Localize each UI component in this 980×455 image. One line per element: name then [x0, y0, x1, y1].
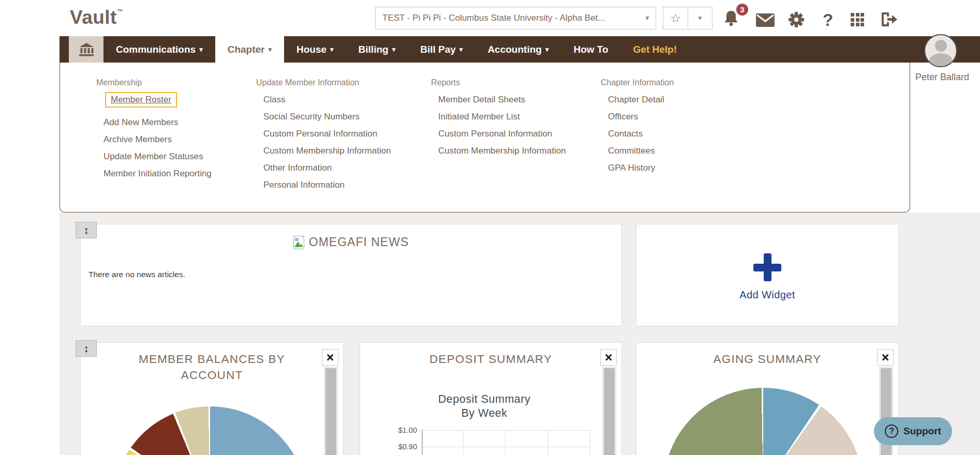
widget-drag-handle[interactable]: ↕	[76, 340, 97, 357]
caret-down-icon: ▾	[459, 46, 463, 53]
scrollbar-thumb[interactable]	[604, 368, 615, 455]
menu-column-membership: Membership Member Roster Add New Members…	[96, 78, 212, 186]
settings-button[interactable]	[788, 11, 805, 28]
question-circle-icon: ?	[885, 424, 898, 438]
gridline-vertical	[505, 430, 506, 455]
widget-scrollbar[interactable]	[602, 367, 616, 455]
chapter-mega-menu: Membership Member Roster Add New Members…	[60, 63, 910, 213]
y-axis-line	[422, 430, 423, 455]
menu-item-chapter-detail[interactable]: Chapter Detail	[601, 95, 674, 105]
menu-column-title: Membership	[96, 78, 212, 87]
menu-column-title: Reports	[431, 78, 566, 87]
question-mark-icon: ?	[823, 10, 833, 29]
close-widget-button[interactable]: ×	[877, 349, 894, 366]
messages-button[interactable]	[756, 13, 775, 27]
menu-item-social-security-numbers[interactable]: Social Security Numbers	[256, 112, 391, 122]
widget-scrollbar[interactable]	[324, 367, 338, 455]
support-button[interactable]: ? Support	[874, 417, 952, 445]
menu-item-officers[interactable]: Officers	[601, 112, 674, 122]
gridline-vertical	[547, 430, 548, 455]
close-widget-button[interactable]: ×	[600, 349, 617, 366]
caret-down-icon: ▾	[268, 46, 272, 53]
favorite-star-button[interactable]: ☆	[663, 7, 688, 29]
close-widget-button[interactable]: ×	[322, 349, 338, 366]
caret-down-icon: ▾	[330, 46, 334, 53]
close-icon: ×	[882, 350, 889, 365]
plus-icon	[753, 253, 781, 281]
menu-item-contacts[interactable]: Contacts	[601, 129, 674, 139]
menu-item-initiated-member-list[interactable]: Initiated Member List	[431, 112, 566, 122]
envelope-icon	[756, 13, 775, 27]
nav-item-bill-pay[interactable]: Bill Pay▾	[408, 36, 475, 63]
gridline-vertical	[463, 430, 464, 455]
menu-item-update-member-statuses[interactable]: Update Member Statuses	[96, 151, 212, 162]
news-widget-title: OMEGAFI NEWS	[309, 235, 409, 249]
up-down-arrow-icon: ↕	[84, 343, 89, 355]
user-name: Peter Ballard	[911, 72, 974, 83]
logout-button[interactable]	[880, 12, 898, 27]
user-avatar[interactable]	[924, 34, 957, 67]
organization-select-value: TEST - Pi Pi Pi - Columbus State Univers…	[382, 13, 605, 23]
star-icon: ☆	[670, 11, 681, 25]
gridline-horizontal	[418, 430, 590, 431]
notification-badge: 3	[735, 3, 749, 17]
member-balances-widget: MEMBER BALANCES BY ACCOUNT ×	[80, 342, 344, 455]
member-balances-title: MEMBER BALANCES BY ACCOUNT	[81, 351, 343, 383]
gridline-horizontal	[418, 447, 590, 447]
avatar-body-silhouette	[929, 53, 953, 67]
menu-column-title: Update Member Information	[256, 78, 391, 87]
add-widget-label: Add Widget	[739, 289, 795, 301]
nav-item-chapter[interactable]: Chapter▾	[215, 36, 284, 63]
nav-item-how-to[interactable]: How To	[561, 36, 620, 63]
bank-home-icon	[79, 42, 94, 56]
nav-item-accounting[interactable]: Accounting▾	[475, 36, 561, 63]
menu-item-other-information[interactable]: Other Information	[256, 163, 391, 173]
caret-down-icon: ▾	[392, 46, 396, 53]
vault-logo[interactable]: Vault™	[70, 7, 123, 28]
nav-item-get-help[interactable]: Get Help!	[621, 36, 689, 63]
add-widget-panel[interactable]: Add Widget	[636, 224, 899, 326]
chevron-down-icon: ▼	[644, 14, 650, 22]
close-icon: ×	[605, 350, 613, 365]
menu-item-member-initiation-reporting[interactable]: Member Initiation Reporting	[96, 169, 212, 179]
organization-select[interactable]: TEST - Pi Pi Pi - Columbus State Univers…	[375, 7, 656, 29]
avatar-head-silhouette	[935, 40, 947, 52]
menu-item-committees[interactable]: Committees	[601, 146, 674, 156]
trademark-symbol: ™	[117, 8, 124, 15]
sign-out-icon	[880, 12, 898, 27]
gridline-vertical	[590, 430, 590, 455]
y-axis-tick-label: $0.90	[386, 443, 417, 451]
nav-item-house[interactable]: House▾	[284, 36, 346, 63]
menu-item-custom-personal-information[interactable]: Custom Personal Information	[256, 129, 391, 139]
up-down-arrow-icon: ↕	[84, 224, 89, 236]
home-tab[interactable]	[69, 36, 103, 63]
apps-grid-button[interactable]	[851, 13, 864, 26]
menu-item-member-roster[interactable]: Member Roster	[105, 92, 177, 108]
close-icon: ×	[326, 350, 334, 365]
menu-item-class[interactable]: Class	[256, 95, 391, 105]
help-button[interactable]: ?	[823, 10, 833, 30]
menu-item-member-detail-sheets[interactable]: Member Detail Sheets	[431, 95, 566, 105]
aging-summary-title: AGING SUMMARY	[636, 351, 898, 367]
scrollbar-thumb[interactable]	[325, 368, 336, 455]
menu-column-update-member-information: Update Member Information Class Social S…	[256, 78, 391, 197]
member-balances-pie-chart	[113, 406, 307, 455]
menu-item-custom-personal-information-report[interactable]: Custom Personal Information	[431, 129, 566, 139]
widget-drag-handle[interactable]: ↕	[76, 222, 97, 238]
menu-item-personal-information[interactable]: Personal Information	[256, 180, 391, 190]
grid-square-icon	[851, 13, 854, 17]
caret-down-icon: ▾	[199, 46, 203, 53]
menu-item-add-new-members[interactable]: Add New Members	[96, 117, 212, 128]
deposit-chart-title: Deposit Summary By Week	[391, 392, 577, 420]
menu-column-chapter-information: Chapter Information Chapter Detail Offic…	[601, 78, 674, 180]
menu-item-gpa-history[interactable]: GPA History	[601, 163, 674, 173]
chevron-down-icon: ▼	[697, 14, 703, 22]
menu-item-custom-membership-information[interactable]: Custom Membership Information	[256, 146, 391, 156]
nav-item-billing[interactable]: Billing▾	[346, 36, 408, 63]
favorites-dropdown-button[interactable]: ▼	[688, 7, 712, 29]
news-widget-header: OMEGAFI NEWS	[81, 235, 621, 249]
top-header: Vault™ TEST - Pi Pi Pi - Columbus State …	[0, 0, 980, 36]
menu-item-custom-membership-information-report[interactable]: Custom Membership Information	[431, 146, 566, 156]
nav-item-communications[interactable]: Communications▾	[103, 36, 215, 63]
menu-item-archive-members[interactable]: Archive Members	[96, 134, 212, 145]
